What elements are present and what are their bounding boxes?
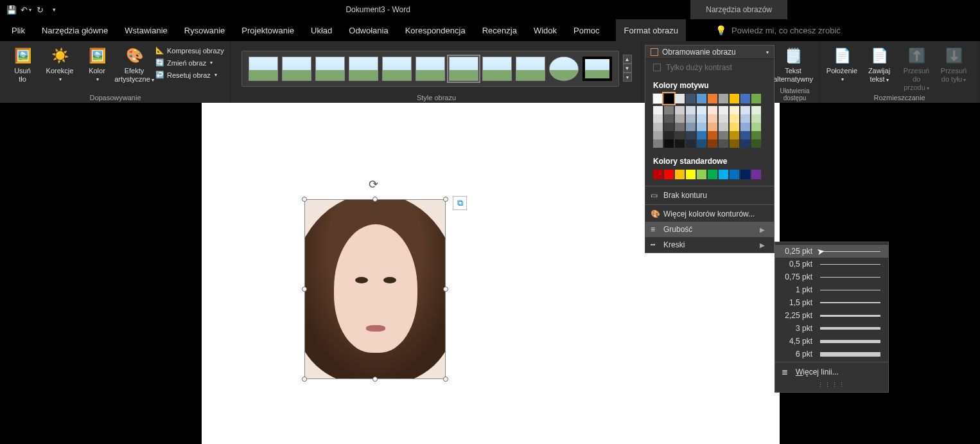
color-swatch[interactable] xyxy=(730,123,739,131)
style-thumb-selected[interactable] xyxy=(449,57,478,81)
style-thumb[interactable] xyxy=(315,57,345,81)
weight-item[interactable]: ≡ Grubość ▶ xyxy=(645,222,774,237)
redo-icon[interactable]: ↻ xyxy=(35,4,45,15)
bring-forward-button[interactable]: ⬆️ Przesuń do przodu▾ xyxy=(900,44,932,93)
color-swatch[interactable] xyxy=(686,139,696,148)
color-swatch[interactable] xyxy=(730,131,739,139)
style-thumb[interactable] xyxy=(416,57,445,81)
color-swatch[interactable] xyxy=(653,170,663,179)
color-swatch[interactable] xyxy=(719,170,728,179)
send-backward-button[interactable]: ⬇️ Przesuń do tyłu▾ xyxy=(938,44,970,84)
artistic-effects-button[interactable]: 🎨 Efekty artystyczne▾ xyxy=(118,44,150,84)
position-button[interactable]: 📄 Położenie ▾ xyxy=(826,44,858,84)
weight-option[interactable]: 2,25 pkt xyxy=(775,309,888,322)
color-swatch[interactable] xyxy=(664,131,674,139)
wrap-text-button[interactable]: 📄 Zawijaj tekst▾ xyxy=(863,44,895,84)
color-swatch[interactable] xyxy=(708,94,717,103)
color-swatch[interactable] xyxy=(697,94,706,103)
color-swatch[interactable] xyxy=(686,114,696,123)
color-swatch[interactable] xyxy=(719,123,728,131)
style-thumb[interactable] xyxy=(582,57,612,81)
color-swatch[interactable] xyxy=(730,170,739,179)
color-swatch[interactable] xyxy=(697,114,706,123)
color-swatch[interactable] xyxy=(653,123,663,131)
color-swatch[interactable] xyxy=(719,131,728,139)
remove-background-button[interactable]: 🖼️ Usuń tło xyxy=(6,44,39,84)
tab-review[interactable]: Recenzja xyxy=(482,19,517,41)
color-swatch[interactable] xyxy=(740,170,750,179)
weight-option[interactable]: 1 pkt xyxy=(775,283,888,296)
tab-draw[interactable]: Rysowanie xyxy=(184,19,225,41)
gallery-spinner[interactable]: ▲ ▼ ▾ xyxy=(623,55,632,82)
color-swatch[interactable] xyxy=(708,114,717,123)
color-swatch[interactable] xyxy=(664,123,674,131)
weight-option[interactable]: 6 pkt xyxy=(775,348,888,360)
color-swatch[interactable] xyxy=(675,131,685,139)
tab-layout[interactable]: Układ xyxy=(311,19,332,41)
resize-handle[interactable] xyxy=(372,197,378,202)
color-swatch[interactable] xyxy=(730,94,739,103)
tell-me-search[interactable]: 💡 Powiedz mi, co chcesz zrobić xyxy=(715,25,841,35)
reset-picture-button[interactable]: ↩️Resetuj obraz▾ xyxy=(155,71,224,79)
more-lines-item[interactable]: ≣Więcej linii... xyxy=(775,364,888,380)
style-thumb[interactable] xyxy=(249,57,278,81)
color-swatch[interactable] xyxy=(751,123,761,131)
rotate-handle-icon[interactable]: ⟳ xyxy=(369,177,378,191)
color-swatch[interactable] xyxy=(730,139,739,148)
more-colors-item[interactable]: 🎨 Więcej kolorów konturów... xyxy=(645,206,774,222)
layout-options-icon[interactable]: ⧉ xyxy=(453,196,467,210)
color-swatch[interactable] xyxy=(708,106,717,114)
tab-insert[interactable]: Wstawianie xyxy=(125,19,167,41)
tab-references[interactable]: Odwołania xyxy=(349,19,388,41)
color-swatch[interactable] xyxy=(751,94,761,103)
color-swatch[interactable] xyxy=(664,170,674,179)
color-swatch[interactable] xyxy=(751,106,761,114)
style-thumb[interactable] xyxy=(516,57,545,81)
color-swatch[interactable] xyxy=(708,131,717,139)
color-swatch[interactable] xyxy=(708,170,717,179)
color-swatch[interactable] xyxy=(730,106,739,114)
weight-option[interactable]: 4,5 pkt xyxy=(775,335,888,348)
color-swatch[interactable] xyxy=(686,170,696,179)
color-swatch[interactable] xyxy=(730,114,739,123)
resize-handle[interactable] xyxy=(302,377,307,382)
gallery-expand-icon[interactable]: ▾ xyxy=(623,73,632,82)
color-swatch[interactable] xyxy=(686,106,696,114)
flyout-grip-icon[interactable]: ⋮⋮⋮⋮ xyxy=(775,380,888,389)
color-button[interactable]: 🖼️ Kolor ▾ xyxy=(81,44,113,84)
color-swatch[interactable] xyxy=(675,123,685,131)
color-swatch[interactable] xyxy=(675,170,685,179)
resize-handle[interactable] xyxy=(443,197,448,202)
tab-format[interactable]: Format obrazu xyxy=(616,19,686,41)
color-swatch[interactable] xyxy=(675,94,685,103)
color-swatch[interactable] xyxy=(675,114,685,123)
color-swatch[interactable] xyxy=(697,106,706,114)
color-swatch[interactable] xyxy=(751,139,761,148)
resize-handle[interactable] xyxy=(302,197,307,202)
chevron-down-icon[interactable]: ▼ xyxy=(623,64,632,73)
color-swatch[interactable] xyxy=(675,139,685,148)
color-swatch[interactable] xyxy=(664,139,674,148)
style-thumb[interactable] xyxy=(349,57,378,81)
dropdown-header[interactable]: Obramowanie obrazu ▾ xyxy=(645,46,774,59)
color-swatch[interactable] xyxy=(740,106,750,114)
color-swatch[interactable] xyxy=(697,123,706,131)
color-swatch[interactable] xyxy=(686,123,696,131)
color-swatch[interactable] xyxy=(740,94,750,103)
style-thumb[interactable] xyxy=(282,57,311,81)
compress-pictures-button[interactable]: 📐Kompresuj obrazy xyxy=(155,46,224,55)
undo-icon[interactable]: ↶▾ xyxy=(21,4,31,15)
no-outline-item[interactable]: ▭ Brak konturu xyxy=(645,188,774,203)
resize-handle[interactable] xyxy=(372,377,378,382)
color-swatch[interactable] xyxy=(740,114,750,123)
color-swatch[interactable] xyxy=(664,114,674,123)
color-swatch[interactable] xyxy=(719,139,728,148)
tab-help[interactable]: Pomoc xyxy=(573,19,599,41)
style-thumb[interactable] xyxy=(382,57,412,81)
color-swatch[interactable] xyxy=(675,106,685,114)
color-swatch[interactable] xyxy=(653,131,663,139)
tab-view[interactable]: Widok xyxy=(534,19,557,41)
color-swatch[interactable] xyxy=(751,170,761,179)
color-swatch[interactable] xyxy=(686,94,696,103)
color-swatch[interactable] xyxy=(740,139,750,148)
